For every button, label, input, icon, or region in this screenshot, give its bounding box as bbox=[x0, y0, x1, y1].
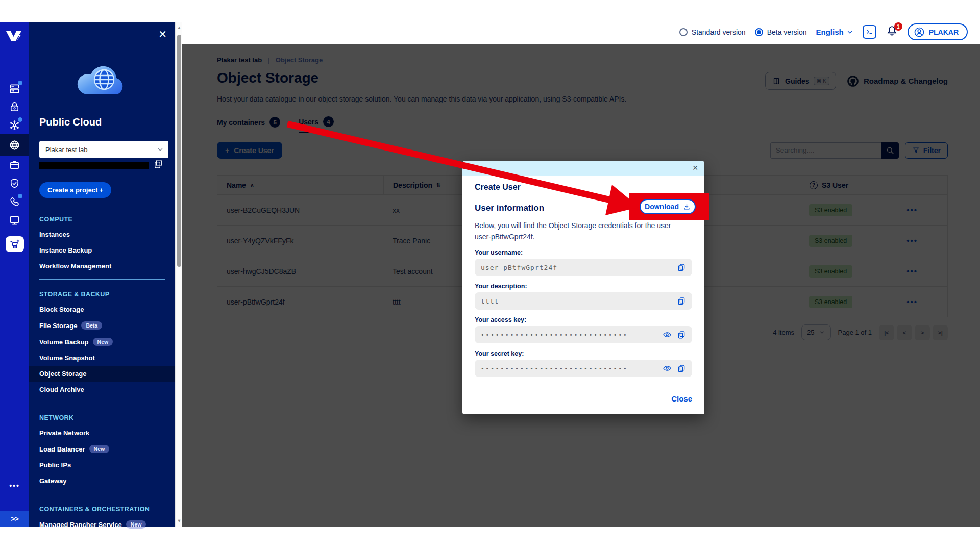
access-key-value[interactable]: •••••••••••••••••••••••••••••• bbox=[481, 332, 657, 338]
more-options-icon[interactable]: ••• bbox=[0, 482, 29, 490]
sidebar-item-public-ips[interactable]: Public IPs bbox=[29, 457, 175, 473]
description-label: Your description: bbox=[475, 283, 692, 290]
sidebar-item-volume-snapshot[interactable]: Volume Snapshot bbox=[29, 350, 175, 366]
scrollbar-thumb[interactable] bbox=[177, 35, 181, 267]
sidebar-item-instance-backup[interactable]: Instance Backup bbox=[29, 242, 175, 258]
support-phone-icon[interactable] bbox=[0, 192, 29, 211]
project-selector-value: Plakar test lab bbox=[39, 146, 152, 154]
standard-version-radio[interactable]: Standard version bbox=[679, 28, 746, 36]
sidebar-product-title: Public Cloud bbox=[39, 116, 102, 128]
new-badge: New bbox=[89, 445, 110, 453]
modal-title: Create User bbox=[475, 183, 692, 192]
chevron-down-icon bbox=[156, 145, 164, 154]
sidebar-menu: COMPUTE Instances Instance Backup Workfl… bbox=[29, 210, 175, 533]
sidebar-item-gateway[interactable]: Gateway bbox=[29, 473, 175, 489]
sidebar-item-cloud-archive[interactable]: Cloud Archive bbox=[29, 382, 175, 397]
new-badge: New bbox=[126, 520, 146, 529]
icon-rail: ••• >> bbox=[0, 22, 29, 527]
modal-header-strip: ✕ bbox=[462, 161, 704, 176]
sidebar-item-object-storage[interactable]: Object Storage bbox=[29, 366, 175, 382]
show-access-key-icon[interactable] bbox=[663, 330, 672, 339]
sidebar-item-file-storage[interactable]: File StorageBeta bbox=[29, 317, 175, 334]
copy-description-icon[interactable] bbox=[677, 296, 686, 306]
divider bbox=[39, 279, 165, 280]
security-shield-icon[interactable] bbox=[0, 174, 29, 192]
sidebar-item-volume-backup[interactable]: Volume BackupNew bbox=[29, 334, 175, 350]
public-cloud-illustration bbox=[74, 56, 131, 101]
copy-access-key-icon[interactable] bbox=[677, 330, 686, 339]
copy-project-id-icon[interactable] bbox=[153, 159, 163, 171]
chevron-down-icon bbox=[846, 29, 853, 36]
cart-button[interactable] bbox=[6, 236, 24, 252]
new-badge: New bbox=[93, 338, 113, 346]
expand-sidebar-button[interactable]: >> bbox=[0, 511, 29, 527]
monitor-icon[interactable] bbox=[0, 211, 29, 229]
description-value[interactable]: tttt bbox=[481, 297, 672, 305]
terminal-icon[interactable] bbox=[863, 25, 876, 39]
access-key-label: Your access key: bbox=[475, 316, 692, 323]
create-project-button[interactable]: Create a project + bbox=[39, 182, 111, 198]
network-hub-icon[interactable] bbox=[0, 116, 29, 134]
scroll-up-arrow[interactable]: ▲ bbox=[176, 25, 183, 30]
redacted-project-id bbox=[39, 162, 149, 169]
container-icon[interactable] bbox=[0, 156, 29, 174]
sidebar-item-load-balancer[interactable]: Load BalancerNew bbox=[29, 441, 175, 457]
divider bbox=[39, 494, 165, 494]
modal-close-button[interactable]: Close bbox=[671, 394, 692, 403]
notification-count-badge: 1 bbox=[894, 22, 902, 31]
username-label: Your username: bbox=[475, 249, 692, 256]
modal-body-text: Below, you will find the Object Storage … bbox=[475, 220, 689, 242]
sidebar-item-block-storage[interactable]: Block Storage bbox=[29, 302, 175, 317]
create-user-modal: ✕ Download Create User User information … bbox=[462, 161, 704, 414]
ovhcloud-logo-icon[interactable] bbox=[0, 29, 29, 43]
language-selector[interactable]: English bbox=[816, 28, 853, 36]
secret-key-label: Your secret key: bbox=[475, 350, 692, 357]
secret-key-value[interactable]: •••••••••••••••••••••••••••••• bbox=[481, 365, 657, 372]
notification-dot bbox=[18, 81, 22, 85]
beta-version-radio[interactable]: Beta version bbox=[755, 28, 807, 36]
beta-badge: Beta bbox=[81, 321, 102, 330]
sidebar-item-workflow-management[interactable]: Workflow Management bbox=[29, 258, 175, 274]
divider bbox=[39, 403, 165, 403]
secret-key-field: •••••••••••••••••••••••••••••• bbox=[475, 360, 692, 377]
close-sidebar-icon[interactable]: ✕ bbox=[158, 29, 167, 39]
hosted-private-cloud-icon[interactable] bbox=[0, 97, 29, 116]
section-compute: COMPUTE bbox=[29, 210, 175, 227]
download-icon bbox=[683, 203, 691, 211]
top-bar: Standard version Beta version English 1 … bbox=[182, 0, 980, 44]
sidebar-scrollbar[interactable]: ▲ ▼ bbox=[175, 22, 182, 527]
section-storage-backup: STORAGE & BACKUP bbox=[29, 285, 175, 302]
notification-dot bbox=[18, 194, 22, 198]
show-secret-key-icon[interactable] bbox=[663, 364, 672, 373]
username-field: user-pBtfwGprt24f bbox=[475, 259, 692, 276]
sidebar-item-private-network[interactable]: Private Network bbox=[29, 425, 175, 441]
section-network: NETWORK bbox=[29, 408, 175, 425]
bare-metal-icon[interactable] bbox=[0, 79, 29, 97]
page: ••• >> ✕ Public Cloud Plakar test lab bbox=[0, 0, 980, 551]
scroll-down-arrow[interactable]: ▼ bbox=[176, 518, 183, 523]
public-cloud-sidebar: ✕ Public Cloud Plakar test lab Create a … bbox=[29, 22, 175, 527]
sidebar-item-instances[interactable]: Instances bbox=[29, 227, 175, 242]
project-selector[interactable]: Plakar test lab bbox=[39, 141, 168, 158]
notification-dot bbox=[18, 117, 22, 122]
account-button[interactable]: PLAKAR bbox=[908, 23, 968, 40]
description-field: tttt bbox=[475, 292, 692, 310]
user-icon bbox=[914, 27, 925, 38]
copy-secret-key-icon[interactable] bbox=[677, 364, 686, 373]
copy-username-icon[interactable] bbox=[677, 263, 686, 272]
notifications-bell-icon[interactable]: 1 bbox=[886, 24, 898, 39]
username-value[interactable]: user-pBtfwGprt24f bbox=[481, 264, 672, 271]
section-containers: CONTAINERS & ORCHESTRATION bbox=[29, 499, 175, 516]
public-cloud-icon[interactable] bbox=[0, 134, 29, 156]
access-key-field: •••••••••••••••••••••••••••••• bbox=[475, 326, 692, 343]
sidebar-item-managed-rancher[interactable]: Managed Rancher ServiceNew bbox=[29, 516, 175, 533]
close-icon[interactable]: ✕ bbox=[692, 164, 698, 172]
download-button[interactable]: Download bbox=[640, 199, 696, 214]
